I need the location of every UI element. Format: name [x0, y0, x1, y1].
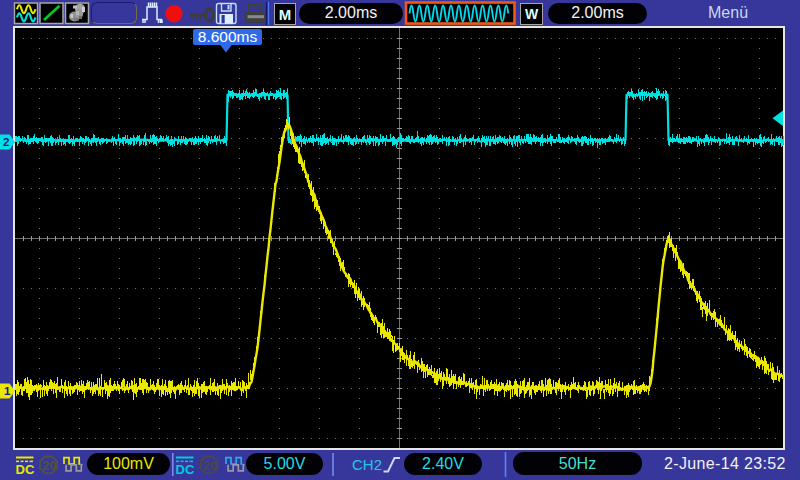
svg-text:20: 20 — [203, 459, 217, 473]
svg-text:DC: DC — [16, 462, 35, 477]
svg-text:20: 20 — [43, 459, 57, 473]
svg-text:DC: DC — [176, 462, 195, 477]
